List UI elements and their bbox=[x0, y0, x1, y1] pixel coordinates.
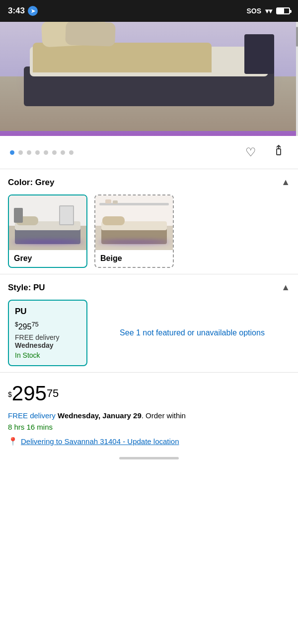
scrollbar-thumb bbox=[296, 27, 298, 47]
color-option-grey[interactable]: Grey bbox=[8, 194, 87, 268]
dot-3[interactable] bbox=[27, 150, 31, 155]
time-label: 3:43 bbox=[8, 6, 25, 16]
style-section-header: Style: PU ▲ bbox=[8, 282, 290, 293]
dot-7[interactable] bbox=[61, 150, 65, 155]
wifi-icon: ▾▾ bbox=[265, 7, 272, 15]
beige-room bbox=[95, 195, 173, 250]
product-image bbox=[0, 22, 298, 136]
color-section: Color: Grey ▲ Grey bbox=[0, 169, 298, 274]
sos-label: SOS bbox=[246, 7, 261, 15]
status-bar: 3:43 ➤ SOS ▾▾ bbox=[0, 0, 298, 22]
dot-6[interactable] bbox=[52, 150, 57, 155]
share-icon bbox=[273, 145, 284, 160]
home-indicator bbox=[119, 457, 179, 459]
wishlist-button[interactable]: ♡ bbox=[241, 143, 260, 162]
status-right: SOS ▾▾ bbox=[246, 7, 290, 15]
style-section-title: Style: PU bbox=[8, 283, 45, 293]
svg-rect-0 bbox=[277, 149, 281, 155]
heart-icon: ♡ bbox=[245, 145, 256, 159]
main-price: $29575 bbox=[8, 382, 290, 405]
dot-2[interactable] bbox=[18, 150, 23, 155]
location-link[interactable]: Delivering to Savannah 31404 - Update lo… bbox=[21, 437, 179, 446]
image-dots-row: ♡ bbox=[0, 136, 298, 169]
location-arrow-icon: ➤ bbox=[28, 6, 38, 16]
color-section-title: Color: Grey bbox=[8, 178, 55, 188]
style-pu-name: PU bbox=[15, 307, 80, 317]
color-section-header: Color: Grey ▲ bbox=[8, 177, 290, 188]
style-option-pu[interactable]: PU $29575 FREE delivery Wednesday In Sto… bbox=[8, 300, 87, 366]
dot-4[interactable] bbox=[35, 150, 40, 155]
share-button[interactable] bbox=[269, 143, 288, 162]
color-option-beige-label: Beige bbox=[95, 250, 173, 267]
style-pu-stock: In Stock bbox=[15, 351, 80, 359]
style-chevron-icon[interactable]: ▲ bbox=[281, 282, 290, 293]
color-option-grey-label: Grey bbox=[9, 250, 86, 267]
color-option-grey-image bbox=[9, 195, 86, 250]
image-actions: ♡ bbox=[241, 143, 288, 162]
image-dots bbox=[10, 150, 74, 155]
color-option-beige-image bbox=[95, 195, 173, 250]
style-section: Style: PU ▲ PU $29575 FREE delivery Wedn… bbox=[0, 274, 298, 372]
style-pu-price: $29575 bbox=[15, 321, 80, 331]
color-option-beige[interactable]: Beige bbox=[94, 194, 174, 268]
bed-image-placeholder bbox=[0, 22, 298, 136]
scrollbar[interactable] bbox=[296, 22, 298, 136]
see-more-options-link[interactable]: See 1 not featured or unavailable option… bbox=[94, 300, 290, 366]
status-left: 3:43 ➤ bbox=[8, 6, 38, 16]
color-chevron-icon[interactable]: ▲ bbox=[281, 177, 290, 188]
dot-8[interactable] bbox=[69, 150, 74, 155]
color-options: Grey Beige bbox=[8, 194, 290, 268]
style-pu-delivery: FREE delivery Wednesday bbox=[15, 333, 80, 349]
grey-room bbox=[9, 195, 86, 250]
delivery-info: FREE delivery Wednesday, January 29. Ord… bbox=[8, 410, 290, 433]
style-options: PU $29575 FREE delivery Wednesday In Sto… bbox=[8, 300, 290, 366]
bottom-indicator bbox=[0, 451, 298, 465]
battery-icon bbox=[276, 7, 290, 14]
location-pin-icon: 📍 bbox=[8, 437, 18, 446]
location-row: 📍 Delivering to Savannah 31404 - Update … bbox=[8, 437, 290, 446]
time-left: 8 hrs 16 mins bbox=[8, 423, 53, 431]
dot-1[interactable] bbox=[10, 150, 14, 155]
price-section: $29575 FREE delivery Wednesday, January … bbox=[0, 373, 298, 451]
dot-5[interactable] bbox=[44, 150, 48, 155]
free-delivery-link[interactable]: FREE delivery bbox=[8, 411, 56, 420]
